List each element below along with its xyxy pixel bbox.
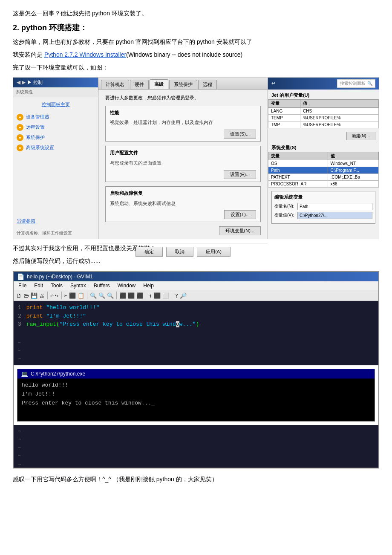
user-var-name-tmp: TMP bbox=[268, 121, 300, 128]
cmd-line-2: I'm Jet!!! bbox=[22, 390, 370, 399]
toolbar-open[interactable]: 🗁 bbox=[23, 292, 29, 299]
screenshot-composite: ◀ ▶ ▶ 控制 系统属性 控制面板主页 ● 设备管理器 ● 远程设置 ● 系统… bbox=[13, 77, 379, 239]
remote-icon: ● bbox=[17, 124, 23, 131]
toolbar-find-next[interactable]: 🔍 bbox=[107, 292, 114, 299]
sidebar-item-advanced[interactable]: ● 高级系统设置 bbox=[15, 144, 96, 152]
sidebar-item-device-manager[interactable]: ● 设备管理器 bbox=[15, 113, 96, 121]
toolbar-help[interactable]: ? bbox=[175, 292, 178, 299]
search-box[interactable]: 搜索控制面板 🔍 bbox=[337, 79, 375, 88]
toolbar-undo[interactable]: ↩ bbox=[50, 292, 54, 299]
toolbar-stop[interactable]: ⬜ bbox=[162, 292, 169, 299]
sys-var-name-processor: PROCESSOR_AR bbox=[268, 180, 328, 187]
toolbar-unindent[interactable]: ⬛ bbox=[128, 292, 135, 299]
toolbar-save[interactable]: 💾 bbox=[31, 292, 37, 299]
toolbar-nav[interactable]: ⬛ bbox=[136, 292, 143, 299]
toolbar-new[interactable]: 🗋 bbox=[16, 292, 22, 299]
menu-window[interactable]: Window bbox=[116, 282, 137, 289]
left-panel: ◀ ▶ ▶ 控制 系统属性 控制面板主页 ● 设备管理器 ● 远程设置 ● 系统… bbox=[13, 78, 98, 239]
code-keyword-1: print bbox=[26, 304, 43, 311]
var-value-input[interactable] bbox=[297, 212, 372, 219]
tilde-2: ~ bbox=[18, 347, 374, 355]
ok-btn[interactable]: 确定 bbox=[135, 247, 163, 257]
user-profile-desc: 与您登录有关的桌面设置 bbox=[110, 159, 256, 168]
user-var-val-tmp: %USERPROFILE% bbox=[300, 121, 379, 128]
performance-section: 性能 视觉效果，处理器计划，内存使用，以及虚拟内存 设置(S)... bbox=[105, 106, 261, 142]
menu-file[interactable]: File bbox=[17, 282, 28, 289]
toolbar-sep2 bbox=[61, 292, 62, 299]
sidebar-item-protection[interactable]: ● 系统保护 bbox=[15, 133, 96, 142]
var-value-row: 变量值(V): bbox=[274, 212, 372, 219]
user-var-row-temp[interactable]: TEMP %USERPROFILE% bbox=[268, 114, 379, 121]
perf-title: 性能 bbox=[110, 109, 256, 117]
startup-settings-btn[interactable]: 设置(T)... bbox=[224, 210, 256, 219]
toolbar-up[interactable]: ↑ bbox=[149, 292, 152, 299]
menu-syntax[interactable]: Syntax bbox=[69, 282, 87, 289]
toolbar-copy[interactable]: ⬛ bbox=[69, 292, 76, 299]
tilde-extra-2: ~ bbox=[18, 435, 374, 443]
cmd-line-1: hello world!!! bbox=[22, 381, 370, 390]
sys-var-row-processor[interactable]: PROCESSOR_AR x86 bbox=[268, 180, 379, 187]
tab-remote[interactable]: 远程 bbox=[198, 80, 217, 89]
gvim-editor[interactable]: 1 print "hello world!!!" 2 print "I'm Je… bbox=[14, 301, 378, 339]
tab-computer-name[interactable]: 计算机名 bbox=[101, 80, 129, 89]
tab-hardware[interactable]: 硬件 bbox=[130, 80, 149, 89]
var-name-label: 变量名(N): bbox=[274, 203, 296, 209]
tab-advanced[interactable]: 高级 bbox=[150, 79, 168, 89]
nav-arrows: ◀ ▶ bbox=[17, 79, 26, 85]
python-installer-link[interactable]: Python 2.7.2 Windows Installer bbox=[44, 51, 126, 58]
user-var-row-lang[interactable]: LANG CHS bbox=[268, 107, 379, 114]
sidebar-item-label: 系统保护 bbox=[26, 134, 45, 141]
toolbar-paste[interactable]: 📋 bbox=[78, 292, 84, 299]
menu-edit[interactable]: Edit bbox=[33, 282, 44, 289]
toolbar-indent[interactable]: ⬛ bbox=[119, 292, 126, 299]
var-value-label: 变量值(V): bbox=[274, 212, 296, 218]
sys-var-val-path: C:\Program F... bbox=[328, 167, 378, 173]
var-name-input[interactable] bbox=[297, 203, 372, 210]
sys-var-row-os[interactable]: OS Windows_NT bbox=[268, 160, 379, 167]
sidebar-item-label: 高级系统设置 bbox=[26, 145, 54, 151]
new-user-var-btn[interactable]: 新建(N)... bbox=[346, 132, 375, 140]
cmd-line-3: Press enter key to close this window..._ bbox=[22, 399, 370, 408]
user-val-col-header: 值 bbox=[300, 99, 379, 107]
cancel-btn[interactable]: 取消 bbox=[166, 247, 193, 257]
sys-var-row-pathext[interactable]: PATHEXT .COM;.EXE;.Ba bbox=[268, 173, 379, 180]
toolbar-find-prev[interactable]: 🔍 bbox=[98, 292, 105, 299]
toolbar-redo[interactable]: ↪ bbox=[55, 292, 59, 299]
toolbar-find[interactable]: 🔍 bbox=[90, 292, 97, 299]
startup-desc: 系统启动、系统失败和调试信息 bbox=[110, 199, 256, 208]
tab-system-protection[interactable]: 系统保护 bbox=[169, 80, 197, 89]
apply-btn[interactable]: 应用(A) bbox=[197, 247, 231, 257]
sidebar-item-label: 远程设置 bbox=[26, 124, 45, 130]
toolbar-print[interactable]: 🖨 bbox=[39, 292, 45, 299]
menu-help[interactable]: Help bbox=[142, 282, 155, 289]
startup-section: 启动和故障恢复 系统启动、系统失败和调试信息 设置(T)... bbox=[105, 186, 261, 223]
menu-buffers[interactable]: Buffers bbox=[92, 282, 111, 289]
user-vars-table: 变量 值 LANG CHS TEMP %USERPROFILE% TMP %US… bbox=[268, 99, 379, 128]
sys-var-row-path[interactable]: Path C:\Program F... bbox=[268, 167, 379, 173]
intro-line1: 这是怎么一回事？他让我先把 python 环境安装了。 bbox=[13, 9, 379, 18]
user-var-row-tmp[interactable]: TMP %USERPROFILE% bbox=[268, 121, 379, 128]
sidebar-item-remote[interactable]: ● 远程设置 bbox=[15, 123, 96, 132]
desc3: 完了设一下环境变量就可以，如图： bbox=[13, 63, 379, 73]
sidebar-bottom-link[interactable]: 另请参阅 bbox=[13, 214, 98, 228]
code-line-2: 2 print "I'm Jet!!!" bbox=[18, 312, 374, 321]
env-vars-btn[interactable]: 环境变量(N)... bbox=[219, 226, 261, 235]
tilde-extra-1: ~ bbox=[18, 427, 374, 435]
toolbar-macro[interactable]: ⬛ bbox=[154, 292, 161, 299]
desc2-suffix: (Windows binary -- does not include sour… bbox=[126, 51, 242, 58]
tabs-row: 计算机名 硬件 高级 系统保护 远程 bbox=[98, 78, 268, 89]
advanced-icon: ● bbox=[17, 145, 23, 151]
search-icon: 🔍 bbox=[367, 81, 372, 86]
section-title: 2. python 环境搭建： bbox=[13, 22, 379, 34]
perf-settings-btn[interactable]: 设置(S)... bbox=[224, 130, 256, 139]
control-panel-main-link[interactable]: 控制面板主页 bbox=[13, 97, 98, 110]
tilde-3: ~ bbox=[18, 355, 374, 363]
menu-tools[interactable]: Tools bbox=[49, 282, 64, 289]
toolbar-cut[interactable]: ✂ bbox=[64, 292, 68, 299]
toolbar-search2[interactable]: 🔎 bbox=[180, 292, 187, 299]
gvim-tilde-area: ~ ~ ~ bbox=[14, 339, 378, 365]
user-profile-settings-btn[interactable]: 设置(E)... bbox=[224, 170, 256, 179]
line-num-1: 1 bbox=[18, 304, 21, 311]
sys-vars-table: 变量 值 OS Windows_NT Path C:\Program F... … bbox=[268, 152, 379, 188]
tilde-extra-5: ~ bbox=[18, 460, 374, 468]
